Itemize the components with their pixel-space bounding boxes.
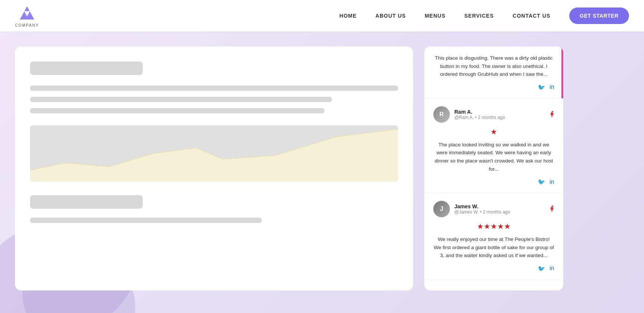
review-1-text: This place is disgusting. There was a di… [433, 54, 554, 78]
review-2-stars: ★ [433, 127, 554, 136]
skeleton-button [30, 195, 143, 209]
skeleton-line-3 [30, 108, 324, 113]
reviewer-name-3: James W. [454, 203, 546, 209]
reviewer-handle-2: @Ram A. • 2 months ago [454, 115, 546, 120]
linkedin-share-icon-2[interactable]: in [550, 179, 554, 185]
review-3-meta: James W. @James W. • 2 months ago [454, 203, 546, 215]
review-2-actions: 🐦 in [433, 178, 554, 185]
twitter-share-icon-3[interactable]: 🐦 [538, 265, 545, 272]
review-3-stars: ★★★★★ [433, 222, 554, 231]
review-card-2: R Ram A. @Ram A. • 2 months ago ꞙ ★ The … [424, 99, 563, 193]
review-1-actions: 🐦 in [433, 84, 554, 91]
logo-label: COMPANY [15, 23, 39, 27]
reviews-panel: This place is disgusting. There was a di… [424, 47, 563, 290]
review-2-meta: Ram A. @Ram A. • 2 months ago [454, 109, 546, 120]
avatar-james: J [433, 201, 450, 217]
nav-item-home[interactable]: HOME [339, 12, 357, 19]
yelp-badge-2: ꞙ [550, 110, 554, 119]
review-2-text: The place looked inviting so we walked i… [433, 141, 554, 173]
linkedin-share-icon[interactable]: in [550, 84, 554, 90]
get-started-button[interactable]: GET STARTER [569, 8, 629, 24]
logo[interactable]: COMPANY [15, 5, 39, 27]
main-content-card [15, 47, 413, 290]
skeleton-line-2 [30, 97, 332, 102]
scroll-indicator [561, 47, 563, 98]
skeleton-line-bottom [30, 218, 262, 223]
review-3-actions: 🐦 in [433, 265, 554, 272]
avatar-ram: R [433, 106, 450, 123]
nav-item-menus[interactable]: MENUS [425, 12, 446, 19]
skeleton-line-1 [30, 86, 398, 91]
twitter-share-icon[interactable]: 🐦 [538, 84, 545, 91]
skeleton-title [30, 62, 143, 75]
reviewer-name-2: Ram A. [454, 109, 546, 115]
twitter-share-icon-2[interactable]: 🐦 [538, 178, 545, 185]
review-card-1: This place is disgusting. There was a di… [424, 47, 563, 99]
chart-area [30, 125, 398, 182]
yelp-badge-3: ꞙ [550, 205, 554, 213]
review-3-header: J James W. @James W. • 2 months ago ꞙ [433, 201, 554, 217]
reviewer-handle-3: @James W. • 2 months ago [454, 209, 546, 215]
navbar: COMPANY HOME ABOUT US MENUS SERVICES CON… [0, 0, 644, 32]
review-card-3: J James W. @James W. • 2 months ago ꞙ ★★… [424, 193, 563, 280]
review-2-header: R Ram A. @Ram A. • 2 months ago ꞙ [433, 106, 554, 123]
reviews-scroll[interactable]: This place is disgusting. There was a di… [424, 47, 563, 290]
page-background: This place is disgusting. There was a di… [0, 32, 644, 313]
review-3-text: We really enjoyed our time at The People… [433, 235, 554, 260]
nav-item-contact[interactable]: CONTACT US [513, 12, 550, 19]
linkedin-share-icon-3[interactable]: in [550, 265, 554, 272]
nav-item-about[interactable]: ABOUT US [376, 12, 406, 19]
nav-item-services[interactable]: SERVICES [464, 12, 494, 19]
logo-icon [18, 5, 36, 23]
nav-links: HOME ABOUT US MENUS SERVICES CONTACT US [339, 12, 550, 19]
chart-svg [30, 125, 398, 182]
